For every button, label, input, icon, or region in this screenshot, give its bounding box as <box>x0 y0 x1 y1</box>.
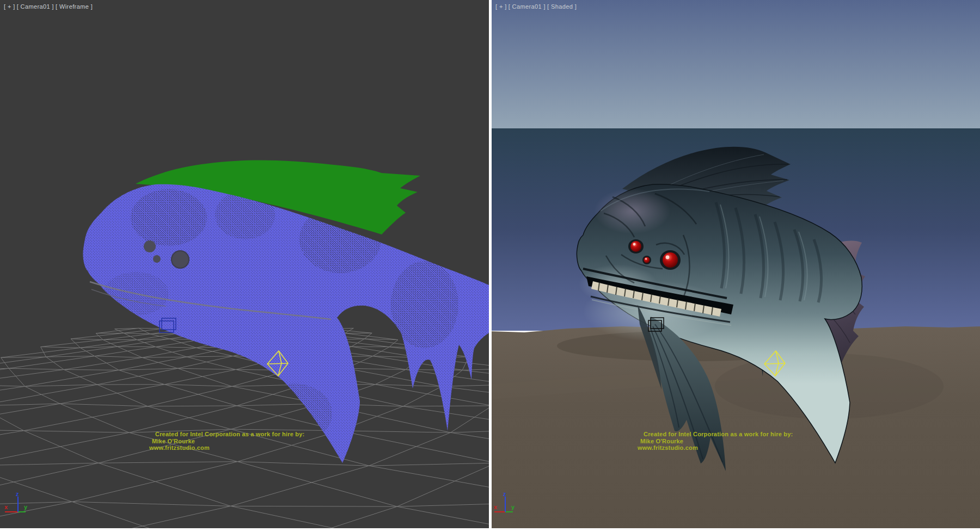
fish-eye-large-wire <box>171 251 189 268</box>
viewport-menu-pov[interactable]: [ Camera01 ] <box>17 3 54 10</box>
sky <box>492 0 980 128</box>
viewport-menu-general[interactable]: [ + ] <box>4 3 15 10</box>
viewport-menu-general[interactable]: [ + ] <box>495 3 507 10</box>
viewport-menu-shading[interactable]: [ Shaded ] <box>547 3 577 10</box>
credit-text: Created for Intel Corporation as a work … <box>151 431 304 451</box>
fish-eye-small-wire <box>144 240 156 252</box>
fish-eye-mid-wire <box>153 255 161 263</box>
credit-line-3: www.fritzstudio.com <box>149 445 304 451</box>
axis-y-label: y <box>511 504 515 510</box>
credit-line-2: Mike O'Rourke <box>640 438 793 444</box>
credit-line-1: Created for Intel Corporation as a work … <box>644 431 793 438</box>
axis-z-label: z <box>503 491 506 497</box>
axis-x-label: x <box>4 504 8 510</box>
world-axis-tripod: x y z <box>492 491 535 518</box>
viewport-shaded[interactable]: [ + ][ Camera01 ][ Shaded ] Created for … <box>492 0 980 528</box>
credit-line-3: www.fritzstudio.com <box>638 445 793 451</box>
axis-z-label: z <box>16 491 19 497</box>
axis-y-label: y <box>24 504 28 510</box>
world-axis-tripod: x y z <box>0 491 44 518</box>
axis-x-label: x <box>494 504 498 510</box>
credit-text: Created for Intel Corporation as a work … <box>640 431 793 451</box>
credit-line-2: Mike O'Rourke <box>152 438 304 444</box>
viewport-label: [ + ][ Camera01 ][ Wireframe ] <box>4 3 94 10</box>
credit-line-1: Created for Intel Corporation as a work … <box>155 431 304 438</box>
viewport-label: [ + ][ Camera01 ][ Shaded ] <box>495 3 578 10</box>
viewport-menu-pov[interactable]: [ Camera01 ] <box>509 3 546 10</box>
viewport-layout: [ + ][ Camera01 ][ Wireframe ] Created f… <box>0 0 980 532</box>
viewport-menu-shading[interactable]: [ Wireframe ] <box>56 3 93 10</box>
viewport-wireframe[interactable]: [ + ][ Camera01 ][ Wireframe ] Created f… <box>0 0 489 528</box>
